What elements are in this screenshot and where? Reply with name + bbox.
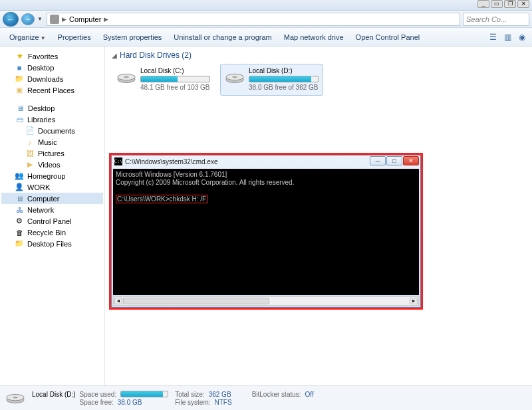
cmd-output[interactable]: Microsoft Windows [Version 6.1.7601] Cop… [113, 169, 419, 295]
nav-forward-button[interactable]: → [21, 13, 35, 25]
status-value: 362 GB [209, 391, 231, 398]
nav-back-button[interactable]: ← [3, 12, 19, 27]
status-usage-fill [121, 391, 163, 397]
sidebar-item-control-panel[interactable]: ⚙Control Panel [1, 215, 103, 227]
sidebar-item-label: Computer [27, 195, 59, 203]
status-value: Off [305, 391, 314, 398]
properties-button[interactable]: Properties [53, 31, 96, 43]
drive-usage-fill [249, 76, 311, 82]
nav-history-dropdown[interactable]: ▼ [37, 16, 44, 22]
cmd-close-button[interactable]: ✕ [403, 156, 419, 165]
sidebar-item-label: Favorites [28, 52, 58, 60]
content-pane: ◢ Hard Disk Drives (2) Local Disk (C:) 4… [105, 47, 532, 385]
status-drive-name: Local Disk (D:) [32, 391, 76, 398]
drive-usage-fill [141, 76, 178, 82]
drive-usage-bar [249, 76, 319, 82]
help-icon[interactable]: ◉ [516, 31, 528, 43]
breadcrumb[interactable]: ▶ Computer ▶ [47, 13, 460, 26]
sidebar-item-videos[interactable]: ▶Videos [1, 159, 103, 170]
section-header[interactable]: ◢ Hard Disk Drives (2) [112, 51, 525, 60]
breadcrumb-item[interactable]: Computer [69, 15, 101, 23]
sidebar-item-label: Pictures [38, 150, 65, 157]
uninstall-button[interactable]: Uninstall or change a program [168, 31, 277, 43]
sidebar-item-pictures[interactable]: 🖼Pictures [1, 148, 103, 159]
system-properties-button[interactable]: System properties [98, 31, 168, 43]
hdd-icon [116, 67, 136, 87]
recent-icon: ▣ [15, 86, 24, 95]
drive-item-c[interactable]: Local Disk (C:) 48.1 GB free of 103 GB [112, 64, 215, 96]
sidebar-item-desktop-files[interactable]: 📁Desktop Files [1, 238, 103, 249]
window-close-button[interactable]: ✕ [517, 0, 529, 8]
sidebar-item-label: Control Panel [27, 217, 72, 225]
sidebar-item-label: Network [27, 206, 54, 214]
sidebar-item-recent[interactable]: ▣Recent Places [1, 84, 103, 96]
cmd-window[interactable]: C:\ C:\Windows\system32\cmd.exe ─ □ ✕ Mi… [111, 155, 421, 308]
search-input[interactable]: Search Co... [463, 13, 529, 26]
status-label: Space free: [80, 399, 114, 406]
cmd-h-scrollbar[interactable]: ◂ ▸ [113, 296, 419, 306]
hdd-icon [225, 67, 245, 87]
section-title: Hard Disk Drives (2) [120, 51, 192, 60]
sidebar-item-label: Libraries [27, 116, 55, 124]
cmd-titlebar[interactable]: C:\ C:\Windows\system32\cmd.exe ─ □ ✕ [112, 155, 420, 167]
sidebar-item-label: Videos [38, 161, 60, 169]
scroll-left-arrow[interactable]: ◂ [114, 298, 122, 304]
sidebar-item-recycle-bin[interactable]: 🗑Recycle Bin [1, 227, 103, 238]
chevron-right-icon: ▶ [104, 16, 108, 23]
window-restore-button[interactable]: ▭ [491, 0, 503, 8]
videos-icon: ▶ [25, 160, 35, 169]
map-drive-button[interactable]: Map network drive [279, 31, 349, 43]
hdd-icon [5, 389, 25, 407]
documents-icon: 📄 [25, 126, 35, 136]
window-min-button[interactable]: _ [477, 0, 489, 8]
status-value: 38.0 GB [118, 399, 142, 406]
network-icon: 🖧 [15, 205, 24, 215]
drive-name: Local Disk (C:) [140, 67, 210, 74]
sidebar-item-computer[interactable]: 🖥Computer [1, 193, 103, 204]
sidebar-item-favorites[interactable]: ★Favorites [1, 51, 103, 62]
sidebar-item-label: Desktop [27, 64, 54, 72]
sidebar-item-label: Desktop [28, 104, 55, 112]
sidebar-item-homegroup[interactable]: 👥Homegroup [1, 170, 103, 181]
sidebar-item-desktop[interactable]: 🖥Desktop [1, 102, 103, 114]
scroll-thumb[interactable] [123, 298, 269, 304]
desktop-icon: ■ [15, 63, 24, 72]
status-label: Total size: [175, 391, 204, 398]
window-titlebar: _ ▭ ❐ ✕ [0, 0, 532, 11]
window-max-button[interactable]: ❐ [504, 0, 516, 8]
sidebar-item-network[interactable]: 🖧Network [1, 204, 103, 215]
view-options-icon[interactable]: ☰ [487, 31, 499, 43]
recycle-bin-icon: 🗑 [15, 228, 24, 237]
status-label: Space used: [80, 391, 117, 398]
sidebar-item-documents[interactable]: 📄Documents [1, 125, 103, 136]
sidebar-item-label: WORK [27, 183, 50, 191]
drive-free-text: 38.0 GB free of 362 GB [249, 84, 319, 91]
user-icon: 👤 [15, 183, 24, 192]
sidebar-item-music[interactable]: ♪Music [1, 136, 103, 148]
sidebar-item-label: Recent Places [27, 86, 74, 94]
organize-button[interactable]: Organize▼ [4, 31, 51, 43]
sidebar-item-work[interactable]: 👤WORK [1, 181, 103, 193]
libraries-icon: 🗃 [15, 115, 24, 124]
drive-usage-bar [140, 76, 210, 82]
sidebar-item-downloads[interactable]: 📁Downloads [1, 73, 103, 84]
folder-icon: 📁 [15, 239, 24, 249]
sidebar-item-libraries[interactable]: 🗃Libraries [1, 114, 103, 125]
cmd-line: Microsoft Windows [Version 6.1.7601] [116, 171, 416, 179]
sidebar-item-desktop-fav[interactable]: ■Desktop [1, 62, 103, 73]
toolbar: Organize▼ Properties System properties U… [0, 28, 532, 47]
sidebar-item-label: Downloads [27, 75, 63, 83]
cmd-line: Copyright (c) 2009 Microsoft Corporation… [116, 179, 416, 187]
open-control-panel-button[interactable]: Open Control Panel [350, 31, 426, 43]
scroll-right-arrow[interactable]: ▸ [410, 298, 418, 304]
sidebar-item-label: Documents [38, 127, 75, 135]
homegroup-icon: 👥 [15, 171, 24, 181]
cmd-max-button[interactable]: □ [386, 156, 402, 165]
preview-pane-icon[interactable]: ▥ [501, 31, 513, 43]
cmd-title-text: C:\Windows\system32\cmd.exe [125, 158, 218, 165]
cmd-min-button[interactable]: ─ [370, 156, 386, 165]
computer-icon [50, 15, 59, 24]
drive-item-d[interactable]: Local Disk (D:) 38.0 GB free of 362 GB [220, 64, 323, 96]
cmd-command-highlight: C:\Users\WORK>chkdsk H: /F [116, 195, 207, 203]
desktop-icon: 🖥 [15, 104, 25, 113]
